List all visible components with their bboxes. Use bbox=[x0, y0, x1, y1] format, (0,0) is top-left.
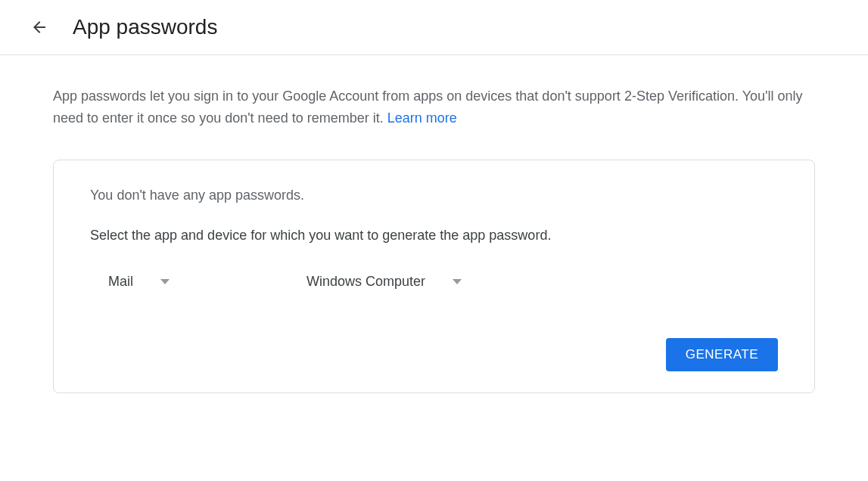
chevron-down-icon bbox=[453, 279, 462, 284]
select-app-dropdown[interactable]: Mail bbox=[108, 268, 282, 296]
description-text: App passwords let you sign in to your Go… bbox=[53, 85, 815, 129]
generate-button[interactable]: GENERATE bbox=[666, 338, 778, 371]
header: App passwords bbox=[0, 0, 868, 55]
page-title: App passwords bbox=[73, 15, 217, 39]
status-text: You don't have any app passwords. bbox=[90, 188, 778, 203]
instruction-text: Select the app and device for which you … bbox=[90, 228, 778, 244]
content: App passwords let you sign in to your Go… bbox=[0, 55, 868, 424]
select-app-label: Mail bbox=[108, 274, 133, 290]
app-passwords-card: You don't have any app passwords. Select… bbox=[53, 160, 815, 393]
learn-more-link[interactable]: Learn more bbox=[387, 110, 457, 126]
actions-row: GENERATE bbox=[90, 338, 778, 371]
back-arrow-icon[interactable] bbox=[30, 18, 48, 36]
selects-row: Mail Windows Computer bbox=[90, 268, 778, 296]
select-device-label: Windows Computer bbox=[306, 274, 425, 290]
chevron-down-icon bbox=[160, 279, 170, 284]
select-device-dropdown[interactable]: Windows Computer bbox=[306, 268, 462, 296]
